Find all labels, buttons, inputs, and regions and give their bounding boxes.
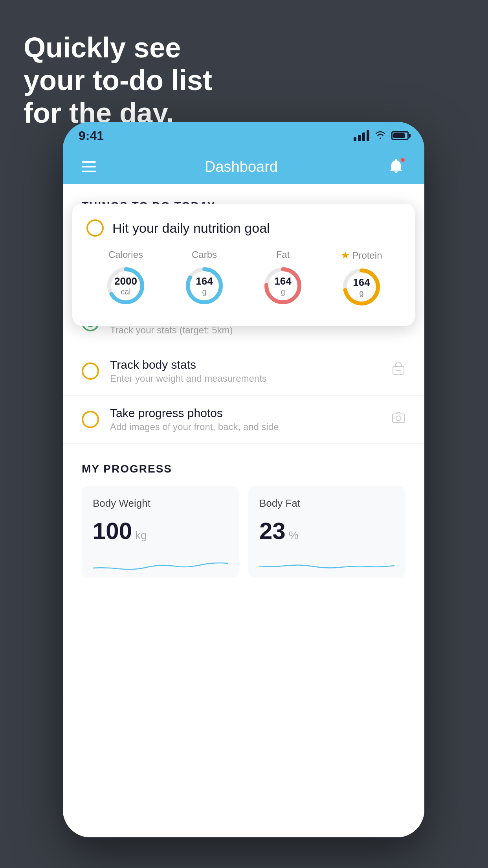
carbs-donut: 164 g xyxy=(183,264,226,307)
todo-photos-subtitle: Add images of your front, back, and side xyxy=(110,421,380,432)
body-weight-value: 100 xyxy=(93,517,132,544)
body-fat-sparkline xyxy=(259,552,394,576)
photos-check-circle xyxy=(82,411,99,428)
body-fat-value: 23 xyxy=(259,517,286,544)
signal-icon xyxy=(354,130,369,141)
macro-fat: Fat 164 g xyxy=(261,249,305,307)
fat-unit: g xyxy=(274,287,291,296)
phone-screen: 9:41 xyxy=(63,122,424,837)
macro-carbs: Carbs 164 g xyxy=(183,249,226,307)
macro-protein-label: Protein xyxy=(352,250,382,261)
calories-donut: 2000 cal xyxy=(104,264,147,307)
todo-body-stats-text: Track body stats Enter your weight and m… xyxy=(110,358,380,384)
protein-value: 164 xyxy=(353,276,370,289)
nav-bar: Dashboard xyxy=(63,149,424,184)
macro-carbs-label: Carbs xyxy=(192,249,217,260)
body-weight-sparkline xyxy=(93,552,228,576)
protein-donut: 164 g xyxy=(340,265,383,309)
progress-section: MY PROGRESS Body Weight 100 kg xyxy=(63,444,424,577)
headline-line1: Quickly see xyxy=(24,32,181,63)
photo-icon xyxy=(391,411,405,428)
protein-unit: g xyxy=(353,289,370,298)
nav-title: Dashboard xyxy=(205,158,278,175)
body-weight-value-row: 100 kg xyxy=(93,517,228,544)
headline-line2: your to-do list xyxy=(24,64,212,96)
body-weight-title: Body Weight xyxy=(93,497,228,509)
phone-wrapper: 9:41 xyxy=(63,122,424,837)
body-weight-unit: kg xyxy=(135,529,147,542)
macro-calories-label: Calories xyxy=(108,249,143,260)
svg-point-10 xyxy=(396,416,401,421)
progress-cards-row: Body Weight 100 kg Body Fat 23 xyxy=(82,486,405,577)
todo-body-stats-subtitle: Enter your weight and measurements xyxy=(110,373,380,384)
todo-body-stats[interactable]: Track body stats Enter your weight and m… xyxy=(63,347,424,395)
todo-running-subtitle: Track your stats (target: 5km) xyxy=(110,325,380,336)
calories-unit: cal xyxy=(114,287,137,296)
notification-bell-button[interactable] xyxy=(387,157,405,176)
carbs-value: 164 xyxy=(196,275,213,287)
nutrition-check-circle[interactable] xyxy=(86,219,104,237)
content-area: THINGS TO DO TODAY Hit your daily nutrit… xyxy=(63,184,424,837)
body-fat-card: Body Fat 23 % xyxy=(248,486,405,577)
body-fat-value-row: 23 % xyxy=(259,517,394,544)
nutrition-card: Hit your daily nutrition goal Calories xyxy=(72,204,415,326)
macro-fat-label: Fat xyxy=(276,249,290,260)
scale-icon xyxy=(391,362,405,380)
wifi-icon xyxy=(375,130,386,142)
notification-dot xyxy=(400,157,405,163)
body-fat-title: Body Fat xyxy=(259,497,394,509)
todo-photos-title: Take progress photos xyxy=(110,406,380,420)
headline-text: Quickly see your to-do list for the day. xyxy=(24,31,212,129)
macro-protein: ★ Protein 164 g xyxy=(340,249,383,309)
fat-value: 164 xyxy=(274,275,291,287)
macro-protein-label-row: ★ Protein xyxy=(341,249,382,261)
todo-body-stats-title: Track body stats xyxy=(110,358,380,371)
card-title-row: Hit your daily nutrition goal xyxy=(86,219,401,237)
battery-icon xyxy=(391,131,409,140)
svg-rect-9 xyxy=(393,414,404,423)
body-stats-check-circle xyxy=(82,362,99,380)
status-time: 9:41 xyxy=(79,129,104,143)
progress-section-header: MY PROGRESS xyxy=(82,463,405,475)
nutrition-card-title: Hit your daily nutrition goal xyxy=(112,221,270,236)
carbs-unit: g xyxy=(196,287,213,296)
body-weight-card: Body Weight 100 kg xyxy=(82,486,239,577)
status-icons xyxy=(354,130,409,142)
macro-calories: Calories 2000 cal xyxy=(104,249,147,307)
menu-button[interactable] xyxy=(82,161,96,172)
star-icon: ★ xyxy=(341,249,350,261)
macros-row: Calories 2000 cal xyxy=(86,249,401,309)
status-bar: 9:41 xyxy=(63,122,424,149)
todo-photos-text: Take progress photos Add images of your … xyxy=(110,406,380,432)
calories-value: 2000 xyxy=(114,275,137,287)
fat-donut: 164 g xyxy=(261,264,305,307)
body-fat-unit: % xyxy=(289,529,299,542)
todo-photos[interactable]: Take progress photos Add images of your … xyxy=(63,395,424,444)
